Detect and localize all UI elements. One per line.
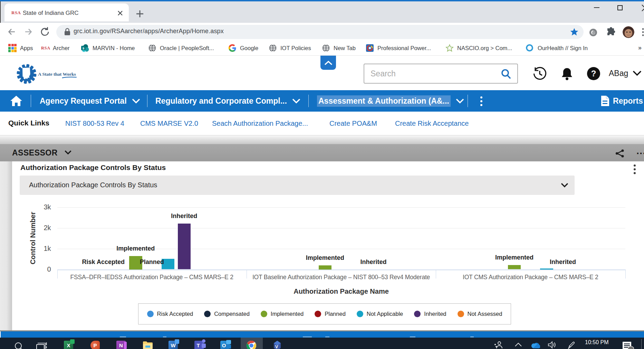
browser-menu-kebab-icon[interactable] bbox=[642, 28, 644, 37]
nav-home[interactable] bbox=[10, 90, 23, 112]
nav-more-kebab-icon[interactable] bbox=[480, 96, 483, 106]
pen-icon[interactable] bbox=[567, 341, 576, 349]
task-view-icon[interactable] bbox=[36, 342, 47, 349]
user-menu[interactable]: ABag bbox=[609, 69, 628, 78]
url-text[interactable]: grc.iot.in.gov/RSAarcher/apps/ArcherApp/… bbox=[74, 28, 224, 35]
notification-center-icon[interactable] bbox=[622, 342, 634, 349]
bookmark-marvin-home[interactable]: sMARVIN - Home bbox=[81, 41, 135, 55]
bookmark-label: New Tab bbox=[334, 45, 356, 51]
cutoff-text-remnant bbox=[410, 337, 415, 337]
search-icon[interactable] bbox=[501, 69, 512, 80]
reload-button[interactable] bbox=[39, 26, 50, 37]
cutoff-text-remnant bbox=[325, 337, 329, 337]
global-search-box[interactable] bbox=[364, 64, 518, 84]
nav-item-2[interactable]: Regulatory and Corporate Compl... bbox=[155, 90, 301, 112]
history-icon[interactable] bbox=[532, 66, 547, 81]
screen: RSA State of Indiana GRC grc.iot.in.gov/… bbox=[0, 0, 644, 349]
legend-label: Planned bbox=[325, 311, 346, 317]
legend-item-not-applicable[interactable]: Not Applicable bbox=[357, 311, 403, 317]
outlook-icon[interactable]: O bbox=[220, 341, 230, 349]
show-desktop-edge[interactable] bbox=[641, 339, 642, 349]
legend-dot-icon bbox=[458, 311, 464, 317]
quick-link-nist-800-53-rev-4[interactable]: NIST 800-53 Rev 4 bbox=[65, 120, 124, 128]
file-explorer-icon[interactable] bbox=[143, 341, 153, 349]
help-icon[interactable]: ? bbox=[586, 66, 601, 81]
windows-search-icon[interactable] bbox=[14, 342, 24, 349]
teams-icon[interactable]: T bbox=[194, 341, 204, 349]
bookmark-google[interactable]: Google bbox=[228, 41, 258, 55]
legend-label: Inherited bbox=[424, 311, 446, 317]
assessor-caret-icon[interactable] bbox=[64, 150, 72, 155]
home-icon bbox=[10, 95, 23, 107]
bookmark-professional-power-[interactable]: Professional Power... bbox=[366, 41, 431, 55]
legend-dot-icon bbox=[261, 311, 267, 317]
bookmark-ourhealth-sign-in[interactable]: OurHealth // Sign In bbox=[526, 41, 588, 55]
volume-icon[interactable] bbox=[548, 341, 557, 349]
onenote-icon[interactable]: N bbox=[116, 341, 126, 349]
maximize-button[interactable] bbox=[617, 5, 623, 10]
legend-item-not-assessed[interactable]: Not Assessed bbox=[458, 311, 502, 317]
excel-icon[interactable]: X bbox=[64, 341, 73, 349]
tab-close-icon[interactable] bbox=[117, 10, 124, 17]
quick-link-seach-authorization-package-[interactable]: Seach Authorization Package... bbox=[212, 120, 308, 128]
collapse-header-button[interactable] bbox=[320, 56, 336, 70]
user-menu-caret-icon[interactable] bbox=[632, 70, 642, 76]
minimize-button[interactable] bbox=[594, 7, 599, 8]
legend-item-implemented[interactable]: Implemented bbox=[261, 311, 304, 317]
assessor-more-ellipsis[interactable]: ... bbox=[636, 145, 644, 157]
bookmark-nascio-org-com-[interactable]: NASCIO.org > Com... bbox=[445, 41, 512, 55]
nav-separator bbox=[31, 95, 31, 107]
legend-label: Not Applicable bbox=[367, 311, 403, 317]
profile-avatar[interactable] bbox=[623, 26, 634, 38]
powerpoint-icon[interactable]: P bbox=[90, 341, 100, 349]
share-icon[interactable] bbox=[615, 149, 624, 158]
word-icon[interactable]: W bbox=[169, 341, 178, 349]
bookmark-star-icon[interactable] bbox=[570, 27, 579, 36]
nav-separator bbox=[308, 95, 309, 107]
nav-item-1[interactable]: Agency Request Portal bbox=[40, 90, 141, 112]
bookmark-label: MARVIN - Home bbox=[93, 45, 135, 51]
bookmark-oracle-peoplesoft-[interactable]: Oracle | PeopleSoft... bbox=[148, 41, 214, 55]
legend-label: Not Assessed bbox=[468, 311, 502, 317]
nav-reports[interactable]: Reports bbox=[600, 90, 643, 112]
bookmark-label: Archer bbox=[53, 45, 70, 51]
quick-link-cms-marse-v2-0[interactable]: CMS MARSE V2.0 bbox=[140, 120, 198, 128]
bookmark-apps[interactable]: Apps bbox=[8, 41, 33, 55]
media-ring-icon[interactable] bbox=[589, 29, 597, 36]
assessor-section-bar[interactable] bbox=[0, 144, 644, 161]
quick-link-create-risk-acceptance[interactable]: Create Risk Acceptance bbox=[395, 120, 469, 128]
extensions-puzzle-icon[interactable] bbox=[605, 26, 617, 38]
legend-item-planned[interactable]: Planned bbox=[315, 311, 346, 317]
assessor-section-label: ASSESSOR bbox=[12, 148, 58, 158]
forward-button[interactable] bbox=[23, 26, 34, 37]
onedrive-icon[interactable] bbox=[530, 342, 540, 348]
legend-item-compensated[interactable]: Compensated bbox=[204, 311, 250, 317]
chart-select-dropdown[interactable]: Authorization Package Controls By Status bbox=[20, 176, 575, 195]
legend-item-risk-accepted[interactable]: Risk Accepted bbox=[147, 311, 193, 317]
bookmarks-overflow-chevron[interactable]: » bbox=[638, 44, 642, 51]
panel-menu-kebab-icon[interactable] bbox=[633, 164, 636, 174]
nav-item-label: Assessment & Authorization (A&... bbox=[317, 95, 451, 107]
lock-icon[interactable] bbox=[64, 28, 71, 36]
nav-item-3[interactable]: Assessment & Authorization (A&... bbox=[317, 90, 464, 112]
bookmark-iot-policies[interactable]: IOT Policies bbox=[269, 41, 311, 55]
indiana-gear-logo[interactable] bbox=[17, 64, 37, 84]
legend-item-inherited[interactable]: Inherited bbox=[414, 311, 446, 317]
visio-icon[interactable]: V bbox=[272, 340, 282, 349]
taskbar-clock[interactable]: 10:50 PM bbox=[585, 339, 608, 346]
people-icon[interactable] bbox=[494, 341, 503, 349]
new-tab-button[interactable] bbox=[135, 9, 144, 18]
bookmark-archer[interactable]: RSAArcher bbox=[41, 41, 70, 55]
chrome-icon[interactable] bbox=[246, 340, 257, 349]
bookmark-label: OurHealth // Sign In bbox=[538, 45, 588, 51]
close-button[interactable] bbox=[641, 3, 644, 12]
bookmark-new-tab[interactable]: New Tab bbox=[322, 41, 356, 55]
chart-panel-title: Authorization Package Controls By Status bbox=[20, 163, 166, 172]
quick-link-create-poa-m[interactable]: Create POA&M bbox=[329, 120, 377, 128]
legend-label: Risk Accepted bbox=[157, 311, 193, 317]
search-input[interactable] bbox=[371, 69, 484, 78]
notifications-bell-icon[interactable] bbox=[560, 66, 574, 81]
back-button[interactable] bbox=[6, 26, 17, 37]
legend-dot-icon bbox=[414, 311, 421, 317]
chevron-up-icon[interactable] bbox=[515, 342, 522, 347]
